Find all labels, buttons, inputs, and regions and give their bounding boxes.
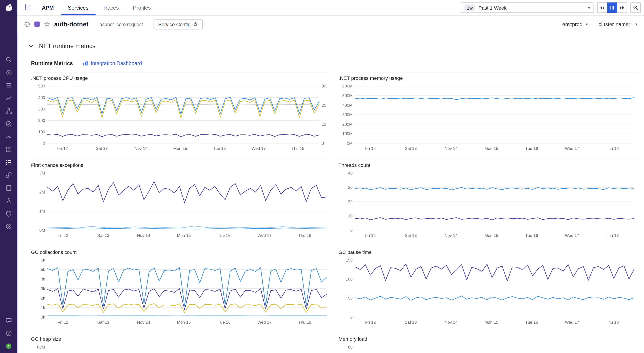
top-nav-bar: APM Services Traces Profiles 1w Past 1 W… [18, 0, 644, 16]
svg-text:150: 150 [346, 258, 353, 262]
security-icon[interactable] [5, 210, 12, 217]
svg-text:20: 20 [322, 103, 326, 108]
timeseries-chart-cpu[interactable]: 01002003004005000102030Fri 12Sat 13Nov 1… [31, 84, 330, 152]
svg-text:Wed 17: Wed 17 [252, 146, 266, 151]
help-icon[interactable]: ? [5, 329, 12, 337]
chevron-down-icon: ▾ [586, 22, 588, 27]
timeseries-chart-gc-heap[interactable]: 80M [31, 344, 330, 353]
svg-text:20: 20 [348, 199, 353, 204]
svg-text:5k: 5k [41, 267, 45, 272]
service-filters: env:prod ▾ cluster-name:* ▾ [562, 21, 638, 27]
svg-text:400M: 400M [342, 103, 353, 108]
svg-text:0: 0 [350, 228, 353, 233]
tab-traces[interactable]: Traces [96, 0, 126, 15]
integrations-icon[interactable] [5, 146, 12, 153]
zoom-graph-button[interactable] [630, 3, 641, 13]
datadog-logo[interactable] [3, 2, 14, 15]
metrics-icon[interactable] [5, 94, 12, 102]
playback-buttons [597, 3, 627, 13]
timeseries-chart-memory-load[interactable]: 80 [338, 344, 637, 353]
apm-nav-tabs: APM Services Traces Profiles [35, 0, 158, 15]
search-icon[interactable] [5, 56, 12, 63]
tab-services[interactable]: Services [61, 0, 96, 15]
svg-text:80: 80 [348, 345, 353, 349]
cluster-filter[interactable]: cluster-name:* ▾ [598, 21, 637, 27]
svg-text:Mon 15: Mon 15 [177, 233, 191, 238]
ci-icon[interactable] [5, 171, 12, 179]
svg-text:Nov 14: Nov 14 [134, 146, 148, 151]
env-filter[interactable]: env:prod ▾ [562, 21, 588, 27]
svg-text:100: 100 [38, 130, 45, 134]
charts-grid: .NET process CPU usage 01002003004005000… [31, 72, 638, 353]
svg-text:10: 10 [322, 122, 326, 127]
status-icon[interactable] [5, 342, 12, 350]
chart-title: .NET process memory usage [338, 75, 637, 81]
svg-text:Mon 15: Mon 15 [484, 233, 498, 238]
timeseries-chart-memory[interactable]: 0M100M200M300M400M500M600MFri 12Sat 13No… [338, 84, 637, 152]
screen: ? APM Services Traces Profiles [0, 0, 644, 353]
integration-dashboard-link[interactable]: Integration Dashboard [83, 60, 142, 66]
svg-text:2k: 2k [41, 296, 45, 300]
svg-text:400: 400 [38, 95, 45, 100]
svg-text:Nov 14: Nov 14 [444, 146, 458, 151]
svg-text:Tue 16: Tue 16 [218, 233, 230, 238]
watchdog-icon[interactable] [5, 69, 12, 76]
logs-icon[interactable] [5, 82, 12, 89]
chart-title: First chance exceptions [31, 162, 330, 168]
chat-icon[interactable] [5, 317, 12, 324]
svg-text:0M: 0M [347, 141, 353, 146]
tab-apm[interactable]: APM [35, 0, 60, 15]
error-tracking-icon[interactable] [5, 197, 12, 204]
svg-text:Tue 16: Tue 16 [525, 320, 538, 324]
svg-text:30: 30 [348, 185, 353, 190]
time-range-label: Past 1 Week [478, 5, 507, 11]
integration-dashboard-label: Integration Dashboard [91, 60, 142, 66]
svg-text:Nov 14: Nov 14 [137, 320, 150, 324]
svg-text:Tue 16: Tue 16 [218, 320, 230, 324]
time-range-picker[interactable]: 1w Past 1 Week ▾ [461, 3, 594, 13]
svg-text:Tue 16: Tue 16 [525, 233, 538, 238]
service-config-button[interactable]: Service Config [154, 19, 203, 29]
time-range-chip: 1w [464, 4, 475, 11]
timeseries-chart-gc-pause[interactable]: 050100150Fri 12Sat 13Nov 14Mon 15Tue 16W… [338, 257, 637, 326]
svg-text:300M: 300M [342, 112, 353, 117]
svg-text:Wed 17: Wed 17 [258, 233, 272, 238]
svg-text:Sat 13: Sat 13 [96, 146, 108, 151]
timeseries-chart-exceptions[interactable]: 0M1M2M3MFri 12Sat 13Nov 14Mon 15Tue 16We… [31, 171, 330, 239]
favorite-star-icon[interactable] [44, 21, 50, 27]
svg-text:100: 100 [346, 277, 353, 281]
svg-text:10: 10 [348, 214, 353, 218]
svg-text:Wed 17: Wed 17 [565, 320, 579, 324]
svg-text:Wed 17: Wed 17 [565, 146, 579, 151]
monitors-icon[interactable] [5, 133, 12, 140]
svg-text:Thu 18: Thu 18 [606, 233, 619, 238]
chart-card-memory: .NET process memory usage 0M100M200M300M… [338, 72, 637, 156]
pause-button[interactable] [607, 3, 617, 13]
service-map-icon[interactable] [5, 107, 12, 115]
svg-text:Mon 15: Mon 15 [173, 146, 187, 151]
forward-button[interactable] [617, 3, 627, 13]
synthetics-icon[interactable] [5, 120, 12, 128]
chart-title: GC heap size [31, 336, 330, 342]
chevron-down-icon[interactable] [28, 43, 34, 49]
svg-text:Fri 12: Fri 12 [57, 146, 68, 151]
svg-text:Nov 14: Nov 14 [444, 320, 458, 324]
svg-text:500M: 500M [342, 93, 353, 98]
svg-text:Tue 16: Tue 16 [213, 146, 226, 151]
service-header: auth-dotnet aspnet_core.request Service … [18, 16, 644, 33]
timeseries-chart-gc-collections[interactable]: 0k1k2k3k4k5k6kFri 12Sat 13Nov 14Mon 15Tu… [31, 257, 330, 326]
notebooks-icon[interactable] [5, 184, 12, 192]
apm-icon[interactable] [5, 159, 12, 166]
tab-profiles[interactable]: Profiles [126, 0, 158, 15]
svg-text:Mon 15: Mon 15 [177, 320, 191, 324]
timeseries-chart-threads[interactable]: 010203040Fri 12Sat 13Nov 14Mon 15Tue 16W… [338, 171, 637, 239]
chart-card-exceptions: First chance exceptions 0M1M2M3MFri 12Sa… [31, 159, 330, 243]
rewind-button[interactable] [597, 3, 607, 13]
svg-text:0: 0 [350, 315, 353, 319]
svg-text:200: 200 [38, 118, 45, 123]
operation-name[interactable]: aspnet_core.request [100, 22, 143, 27]
service-title: auth-dotnet [54, 21, 88, 28]
svg-text:Fri 12: Fri 12 [58, 320, 68, 324]
chart-card-gc-pause: GC pause time 050100150Fri 12Sat 13Nov 1… [338, 246, 637, 330]
rum-icon[interactable] [5, 223, 12, 230]
